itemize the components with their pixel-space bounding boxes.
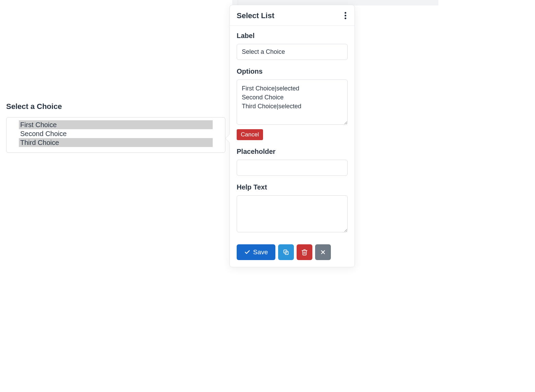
preview-label: Select a Choice bbox=[6, 102, 225, 111]
options-textarea[interactable] bbox=[237, 79, 348, 125]
config-panel: Select List Label Options Cancel Placeho… bbox=[229, 5, 355, 267]
delete-button[interactable] bbox=[297, 244, 312, 260]
close-button[interactable] bbox=[315, 244, 331, 260]
placeholder-input[interactable] bbox=[237, 160, 348, 176]
preview-area: Select a Choice First ChoiceSecond Choic… bbox=[6, 102, 225, 153]
label-input[interactable] bbox=[237, 44, 348, 60]
cancel-button[interactable]: Cancel bbox=[237, 129, 263, 140]
save-button[interactable]: Save bbox=[237, 244, 275, 260]
help-text-heading: Help Text bbox=[237, 183, 348, 191]
list-item[interactable]: First Choice bbox=[19, 120, 213, 129]
copy-icon bbox=[283, 249, 289, 256]
more-vertical-icon[interactable] bbox=[343, 11, 348, 21]
label-heading: Label bbox=[237, 32, 348, 40]
help-text-textarea[interactable] bbox=[237, 195, 348, 232]
close-icon bbox=[320, 249, 326, 255]
select-list-preview[interactable]: First ChoiceSecond ChoiceThird Choice bbox=[6, 117, 225, 153]
trash-icon bbox=[301, 249, 308, 256]
panel-title: Select List bbox=[237, 11, 274, 20]
save-button-label: Save bbox=[253, 248, 268, 256]
placeholder-heading: Placeholder bbox=[237, 148, 348, 156]
check-icon bbox=[244, 249, 250, 255]
options-heading: Options bbox=[237, 68, 348, 75]
duplicate-button[interactable] bbox=[278, 244, 294, 260]
list-item[interactable]: Third Choice bbox=[19, 138, 213, 147]
list-item[interactable]: Second Choice bbox=[19, 129, 213, 138]
